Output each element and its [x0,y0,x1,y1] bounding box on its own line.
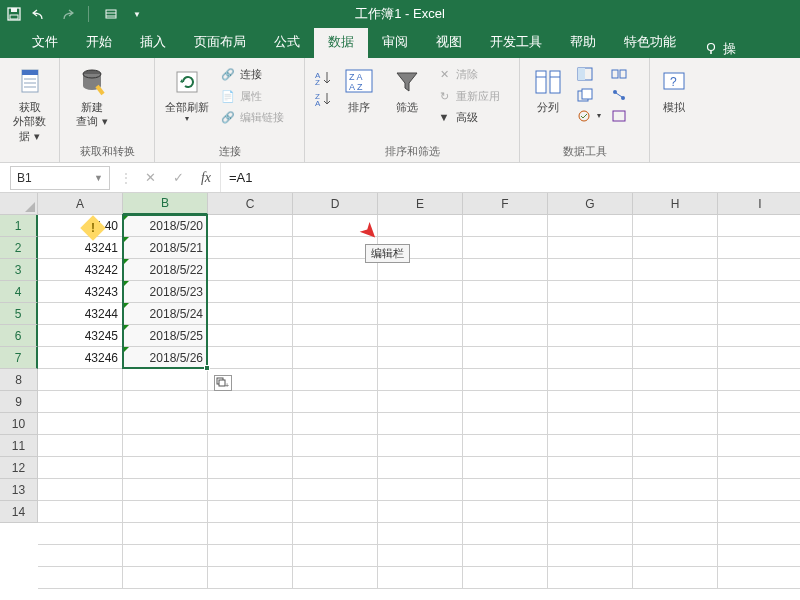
sort-button[interactable]: Z AA Z 排序 [337,62,381,118]
cell[interactable] [293,281,378,303]
cell[interactable] [208,479,293,501]
cell[interactable] [718,215,800,237]
cell[interactable] [293,347,378,369]
cell[interactable]: 2018/5/24 [123,303,208,325]
undo-icon[interactable] [32,6,48,22]
cell[interactable] [463,215,548,237]
cell[interactable] [548,303,633,325]
cell[interactable] [38,567,123,589]
tab-file[interactable]: 文件 [18,27,72,58]
cell[interactable] [378,523,463,545]
cell[interactable] [718,413,800,435]
cell[interactable] [548,457,633,479]
cell[interactable]: 2018/5/25 [123,325,208,347]
row-header-7[interactable]: 7 [0,347,38,369]
touch-mode-icon[interactable] [103,6,119,22]
cell[interactable] [208,325,293,347]
cell[interactable] [123,479,208,501]
cell[interactable] [718,303,800,325]
tab-developer[interactable]: 开发工具 [476,27,556,58]
cell[interactable] [208,457,293,479]
cell[interactable] [718,369,800,391]
cell[interactable] [463,545,548,567]
cell[interactable] [463,567,548,589]
cell[interactable] [293,501,378,523]
cell[interactable] [293,523,378,545]
tab-help[interactable]: 帮助 [556,27,610,58]
cell[interactable] [378,567,463,589]
cell[interactable] [548,567,633,589]
cell[interactable] [633,369,718,391]
col-header-C[interactable]: C [208,193,293,215]
cell[interactable] [633,523,718,545]
cell[interactable]: 2018/5/23 [123,281,208,303]
cell[interactable] [548,523,633,545]
row-header-14[interactable]: 14 [0,501,38,523]
cell[interactable] [293,545,378,567]
tab-data[interactable]: 数据 [314,27,368,58]
cell[interactable] [293,391,378,413]
cell[interactable] [633,479,718,501]
cell[interactable] [463,413,548,435]
tab-view[interactable]: 视图 [422,27,476,58]
row-header-8[interactable]: 8 [0,369,38,391]
cell[interactable] [378,457,463,479]
cell[interactable] [378,303,463,325]
row-header-9[interactable]: 9 [0,391,38,413]
relationships-button[interactable] [608,85,630,105]
col-header-I[interactable]: I [718,193,800,215]
text-to-columns-button[interactable]: 分列 [526,62,570,118]
cell[interactable] [208,281,293,303]
redo-icon[interactable] [58,6,74,22]
clear-filter-button[interactable]: ✕清除 [433,64,503,85]
cell[interactable] [548,479,633,501]
cell[interactable] [293,457,378,479]
cell[interactable] [208,347,293,369]
cell[interactable] [38,457,123,479]
cell[interactable] [378,435,463,457]
cell[interactable] [293,413,378,435]
row-header-12[interactable]: 12 [0,457,38,479]
col-header-F[interactable]: F [463,193,548,215]
cell[interactable] [463,281,548,303]
cell[interactable] [718,435,800,457]
cell[interactable] [123,369,208,391]
cell[interactable] [633,347,718,369]
get-external-data-button[interactable]: 获取 外部数据 ▾ [6,62,53,147]
cell[interactable] [718,523,800,545]
cell[interactable] [208,237,293,259]
cell[interactable] [208,435,293,457]
whatif-button[interactable]: ? 模拟 [656,62,692,118]
cell[interactable] [208,501,293,523]
cell[interactable] [548,435,633,457]
reapply-button[interactable]: ↻重新应用 [433,86,503,107]
cell[interactable]: 43246 [38,347,123,369]
cell[interactable] [463,479,548,501]
cell[interactable] [293,303,378,325]
cell[interactable] [38,435,123,457]
cell[interactable] [208,413,293,435]
col-header-E[interactable]: E [378,193,463,215]
cell[interactable]: 43242 [38,259,123,281]
cell[interactable] [208,567,293,589]
tab-special[interactable]: 特色功能 [610,27,690,58]
cell[interactable] [463,325,548,347]
row-header-6[interactable]: 6 [0,325,38,347]
data-validate-button[interactable]: ▾ [574,106,604,126]
cell[interactable] [38,391,123,413]
cell[interactable] [548,501,633,523]
cell[interactable] [38,501,123,523]
cell[interactable] [633,259,718,281]
cell[interactable] [633,237,718,259]
tab-review[interactable]: 审阅 [368,27,422,58]
cell[interactable] [633,391,718,413]
cell[interactable] [38,369,123,391]
cell[interactable]: 43245 [38,325,123,347]
cell[interactable] [38,413,123,435]
cell[interactable] [633,457,718,479]
cell[interactable] [463,523,548,545]
cell[interactable] [548,545,633,567]
flash-fill-button[interactable] [574,64,604,84]
cell[interactable] [378,347,463,369]
cell[interactable]: 43241 [38,237,123,259]
